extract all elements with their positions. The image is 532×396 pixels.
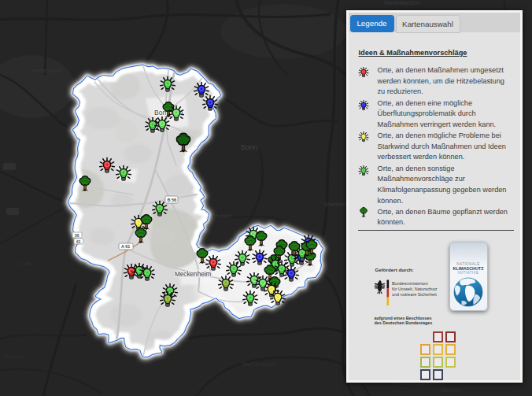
svg-text:A 61: A 61 <box>121 244 130 249</box>
svg-text:Bonn: Bonn <box>241 143 257 151</box>
svg-text:B 56: B 56 <box>168 198 177 202</box>
svg-text:Meckenheim: Meckenheim <box>175 271 212 278</box>
svg-text:Niederbachem: Niederbachem <box>384 0 420 6</box>
svg-text:Heimerzheim: Heimerzheim <box>31 68 61 73</box>
svg-text:Bundesministerium: Bundesministerium <box>392 281 428 286</box>
svg-text:Altenahr: Altenahr <box>441 387 460 393</box>
svg-text:61: 61 <box>76 240 81 244</box>
svg-text:Bad Neuenahr: Bad Neuenahr <box>242 361 276 367</box>
svg-text:56: 56 <box>75 234 79 238</box>
svg-text:Arzdorf: Arzdorf <box>215 213 231 219</box>
svg-text:Ahrweiler: Ahrweiler <box>5 354 24 359</box>
svg-text:L 158: L 158 <box>19 261 31 266</box>
svg-text:für Umwelt, Naturschutz: für Umwelt, Naturschutz <box>392 287 438 291</box>
svg-text:und nukleare Sicherheit: und nukleare Sicherheit <box>392 292 437 297</box>
